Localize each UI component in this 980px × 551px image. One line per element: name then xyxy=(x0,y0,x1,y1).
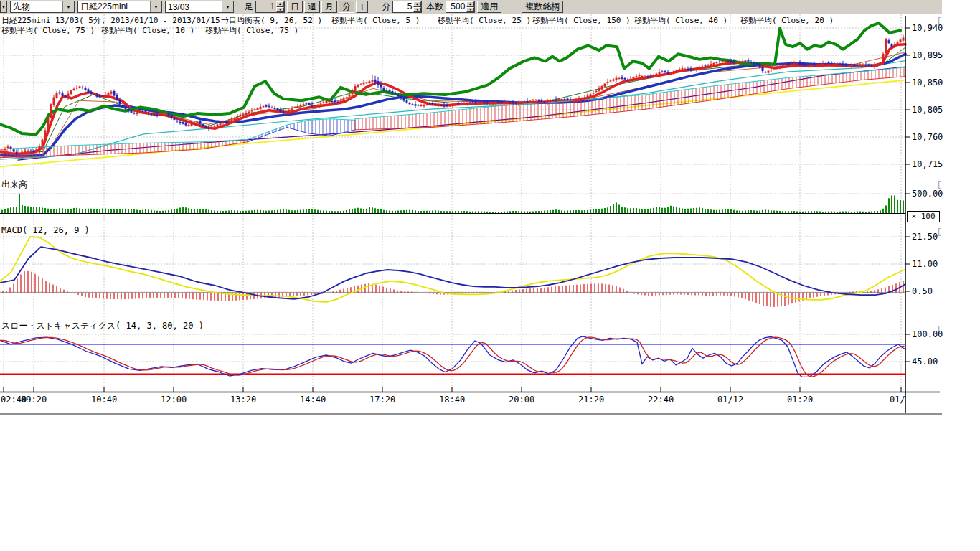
volume-pane xyxy=(0,194,905,214)
time-axis-tick-label: 14:40 xyxy=(300,395,326,405)
time-axis-tick-label: 01/12 xyxy=(717,395,743,405)
price-axis-tick-label: 10,895 xyxy=(912,51,943,60)
time-axis-tick-label: 12:00 xyxy=(161,395,187,405)
time-axis-tick-label: 17:20 xyxy=(369,395,395,405)
time-axis-tick-label: 13:20 xyxy=(230,395,256,405)
stoch-axis-tick-label: 100.00 xyxy=(912,330,943,339)
legend-item: 移動平均( Close, 150 ) xyxy=(532,16,631,25)
stochastics-pane-label: スロー・ストキャスティクス( 14, 3, 80, 20 ) xyxy=(1,321,204,331)
price-axis-tick-label: 10,805 xyxy=(912,105,943,115)
legend-item: 移動平均( Close, 10 ) xyxy=(101,26,194,35)
price-pane xyxy=(0,23,905,166)
legend-item: 移動平均( Close, 75 ) xyxy=(1,26,95,35)
legend-item: 移動平均( Close, 25 ) xyxy=(438,16,531,25)
legend-item: 移動平均( Close, 20 ) xyxy=(740,16,834,25)
ichimoku-cloud xyxy=(0,67,905,158)
macd-axis-tick-label: 11.00 xyxy=(912,260,938,269)
stochastics-pane xyxy=(0,336,905,377)
gridlines xyxy=(0,14,905,390)
macd-pane-label: MACD( 12, 26, 9 ) xyxy=(1,226,90,235)
legend-item: 日経225mini 13/03( 5分, 2013/01/10 - 2013/0… xyxy=(1,16,230,25)
time-axis-tick-label: 22:40 xyxy=(648,395,674,405)
time-axis-tick-label: 18:40 xyxy=(439,395,465,405)
time-axis-tick-label: 01:20 xyxy=(787,395,813,405)
time-axis-tick-label: 21:20 xyxy=(578,395,604,405)
legend-item: 移動平均( Close, 40 ) xyxy=(634,16,727,25)
legend-item: 一目均衡表( 9, 26, 52 ) xyxy=(221,16,322,25)
volume-multiplier-badge: × 100 xyxy=(907,211,940,222)
chart-canvas[interactable] xyxy=(0,0,980,420)
macd-axis-tick-label: 0.50 xyxy=(912,287,933,296)
legend-item: 移動平均( Close, 5 ) xyxy=(331,16,420,25)
price-axis-tick-label: 10,850 xyxy=(912,78,943,88)
chart-application-window: ▼ 先物 ▼ 日経225mini ▼ 13/03 ▼ 足 1 ▲▼ 日週月分T … xyxy=(0,0,980,551)
time-axis-tick-label: 01/15 xyxy=(890,395,905,405)
volume-pane-label: 出来高 xyxy=(1,180,27,189)
time-axis-tick-label: 20:00 xyxy=(509,395,534,405)
axes-frame xyxy=(0,16,942,414)
time-axis-tick-label: 09:20 xyxy=(21,395,47,405)
price-axis-tick-label: 10,940 xyxy=(912,24,943,33)
price-axis-tick-label: 10,715 xyxy=(912,160,943,169)
price-axis-tick-label: 10,760 xyxy=(912,133,943,142)
time-axis-tick-label: 10:40 xyxy=(91,395,117,405)
macd-axis-tick-label: 21.50 xyxy=(912,232,938,242)
candlestick-series xyxy=(1,35,905,156)
stoch-axis-tick-label: 45.00 xyxy=(912,357,938,367)
macd-pane xyxy=(0,237,905,307)
legend-item: 移動平均( Close, 75 ) xyxy=(205,26,298,35)
volume-axis-tick-label: 500.00 xyxy=(912,189,943,199)
